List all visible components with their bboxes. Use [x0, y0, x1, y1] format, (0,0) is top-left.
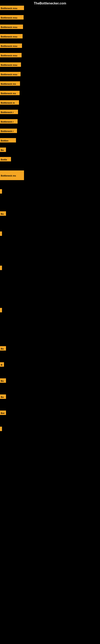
bottleneck-bar-18: [0, 189, 2, 194]
bottleneck-bar-25: Bo: [0, 378, 6, 383]
bottleneck-bar-6: Bottleneck resu: [0, 62, 21, 67]
bottleneck-bar-19: Bo: [0, 211, 6, 216]
site-title: TheBottlenecker.com: [0, 2, 100, 5]
bottleneck-bar-0: Bottleneck resu: [0, 6, 24, 10]
bottleneck-bar-22: [0, 308, 2, 312]
bottleneck-bar-2: Bottleneck resu: [0, 24, 23, 29]
bottleneck-bar-7: Bottleneck resu: [0, 72, 21, 76]
bottleneck-bar-26: Bo: [0, 394, 6, 399]
bottleneck-bar-9: Bottleneck res: [0, 91, 20, 95]
bottleneck-bar-12: Bottleneck r: [0, 119, 18, 124]
bottleneck-bar-13: Bottleneck r: [0, 128, 17, 133]
bottleneck-bar-1: Bottleneck resu: [0, 15, 24, 20]
bottleneck-bar-20: [0, 232, 2, 236]
bottleneck-bar-14: Bottlen: [0, 138, 16, 142]
bottleneck-bar-4: Bottleneck resu: [0, 44, 22, 48]
bottleneck-bar-21: [0, 266, 2, 270]
bottleneck-bar-11: Bottleneck r: [0, 110, 18, 114]
bottleneck-bar-23: Bo: [0, 346, 6, 350]
bottleneck-bar-16: Bottle: [0, 157, 11, 162]
bottleneck-bar-27: Bot: [0, 410, 6, 415]
bottleneck-bar-5: Bottleneck resu: [0, 53, 22, 57]
bottleneck-bar-17: Bottleneck res: [0, 170, 24, 180]
bottleneck-bar-10: Bottleneck re: [0, 100, 19, 105]
bottleneck-bar-24: B: [0, 362, 4, 367]
bottleneck-bar-28: [0, 427, 2, 431]
bottleneck-bar-3: Bottleneck resu: [0, 34, 23, 38]
bottleneck-bar-15: Bo: [0, 148, 6, 152]
bottleneck-bar-8: Bottleneck res: [0, 81, 20, 86]
